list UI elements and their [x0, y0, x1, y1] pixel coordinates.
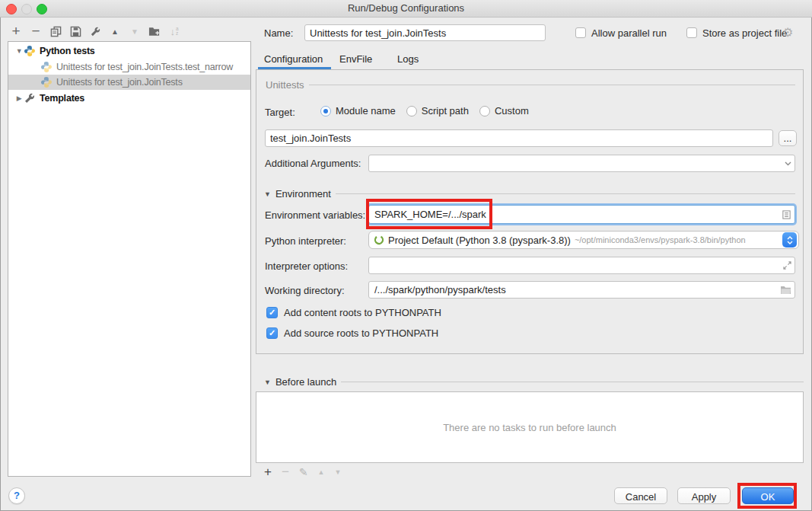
store-as-project-file-label: Store as project file — [702, 27, 787, 39]
working-directory-field[interactable] — [368, 281, 795, 299]
minimize-traffic-light[interactable] — [21, 4, 32, 14]
chevron-down-icon[interactable] — [785, 161, 791, 166]
interpreter-path: ~/opt/miniconda3/envs/pyspark-3.8/bin/py… — [575, 235, 782, 244]
divider — [341, 382, 804, 382]
combo-arrows-icon[interactable] — [782, 232, 797, 248]
help-button[interactable]: ? — [8, 487, 25, 504]
edit-task-icon[interactable]: ✎ — [299, 466, 308, 478]
window-title: Run/Debug Configurations — [0, 0, 812, 17]
tree-node-label: Unittests for test_join.JoinTests.test_n… — [56, 62, 233, 72]
before-launch-label: Before launch — [275, 376, 336, 388]
remove-configuration-icon[interactable]: − — [30, 24, 42, 38]
interpreter-options-field[interactable] — [368, 257, 795, 274]
radio-label: Module name — [336, 105, 396, 117]
python-interpreter-label: Python interpreter: — [265, 235, 346, 247]
before-launch-empty-text: There are no tasks to run before launch — [443, 422, 616, 433]
working-directory-input[interactable] — [372, 284, 780, 295]
environment-variables-field[interactable] — [368, 205, 795, 224]
allow-parallel-run-label: Allow parallel run — [591, 27, 667, 39]
add-configuration-icon[interactable]: + — [10, 24, 22, 38]
tab-logs[interactable]: Logs — [397, 53, 419, 65]
tree-node-label: Python tests — [40, 46, 95, 56]
interpreter-value: Project Default (Python 3.8 (pyspark-3.8… — [388, 235, 571, 246]
module-name-input[interactable] — [265, 129, 773, 147]
configuration-panel: Unittests Target: Module name Script pat… — [256, 69, 804, 354]
radio-label: Custom — [495, 105, 529, 117]
edit-variables-icon[interactable] — [782, 209, 791, 220]
radio-script-path[interactable]: Script path — [406, 105, 469, 117]
environment-variables-input[interactable] — [372, 209, 782, 220]
apply-button[interactable]: Apply — [677, 487, 731, 504]
configurations-toolbar: + − ▲ ▼ ↓az — [10, 24, 180, 39]
content-roots-label: Add content roots to PYTHONPATH — [284, 307, 441, 318]
browse-button[interactable]: ... — [779, 130, 797, 146]
move-up-icon[interactable]: ▲ — [109, 24, 121, 38]
radio-custom[interactable]: Custom — [479, 105, 529, 117]
gear-icon[interactable]: ⚙ — [782, 25, 793, 40]
additional-arguments-input[interactable] — [372, 158, 785, 169]
remove-task-icon[interactable]: − — [282, 465, 289, 480]
close-traffic-light[interactable] — [6, 4, 17, 14]
source-roots-checkbox[interactable]: ✓ — [266, 327, 278, 339]
target-label: Target: — [265, 107, 295, 118]
save-configuration-icon[interactable] — [69, 24, 81, 38]
tree-node-python-tests[interactable]: ▼ Python tests — [8, 43, 250, 59]
copy-configuration-icon[interactable] — [49, 24, 62, 38]
before-launch-header: ▼ Before launch — [264, 376, 804, 388]
interpreter-options-label: Interpreter options: — [265, 260, 348, 272]
tree-node-label: Unittests for test_join.JoinTests — [56, 77, 183, 88]
environment-variables-label: Environment variables: — [265, 209, 365, 221]
radio-label: Script path — [422, 105, 469, 117]
edit-templates-icon[interactable] — [89, 24, 101, 38]
expand-field-icon[interactable] — [783, 261, 791, 270]
target-radio-group: Module name Script path Custom — [320, 105, 529, 117]
new-folder-icon[interactable] — [148, 24, 161, 38]
radio-icon — [479, 106, 490, 117]
expand-triangle-icon[interactable]: ▶ — [14, 94, 24, 102]
tab-configuration[interactable]: Configuration — [264, 53, 323, 65]
radio-icon — [406, 106, 417, 117]
unittests-group-header: Unittests — [266, 79, 795, 91]
allow-parallel-run-checkbox[interactable] — [575, 27, 586, 38]
radio-icon — [320, 106, 331, 117]
divider — [309, 85, 795, 85]
zoom-traffic-light[interactable] — [37, 4, 47, 14]
collapse-triangle-icon[interactable]: ▼ — [264, 190, 271, 198]
configurations-tree: ▼ Python tests Unittests for test_join.J… — [8, 41, 251, 477]
collapse-triangle-icon[interactable]: ▼ — [14, 47, 24, 55]
conda-interpreter-icon — [374, 235, 384, 245]
sort-configurations-icon[interactable]: ↓az — [168, 24, 180, 38]
ok-button[interactable]: OK — [742, 487, 794, 504]
wrench-icon — [24, 92, 36, 104]
store-as-project-file-checkbox[interactable] — [686, 27, 697, 38]
tree-node-test-narrow[interactable]: Unittests for test_join.JoinTests.test_n… — [8, 59, 250, 75]
move-task-up-icon[interactable]: ▲ — [318, 468, 325, 476]
tab-envfile[interactable]: EnvFile — [339, 53, 372, 65]
source-roots-row[interactable]: ✓ Add source roots to PYTHONPATH — [266, 327, 438, 339]
python-interpreter-combo[interactable]: Project Default (Python 3.8 (pyspark-3.8… — [368, 231, 799, 249]
source-roots-label: Add source roots to PYTHONPATH — [284, 327, 438, 339]
content-roots-checkbox[interactable]: ✓ — [266, 307, 278, 318]
folder-icon[interactable] — [780, 286, 791, 295]
python-icon — [24, 45, 36, 57]
additional-arguments-field[interactable] — [368, 155, 795, 172]
radio-module-name[interactable]: Module name — [320, 105, 396, 117]
move-task-down-icon[interactable]: ▼ — [335, 468, 342, 476]
environment-section-label: Environment — [275, 188, 331, 200]
interpreter-options-input[interactable] — [372, 260, 783, 271]
collapse-triangle-icon[interactable]: ▼ — [264, 378, 271, 386]
tree-node-label: Templates — [40, 93, 84, 104]
tree-node-jointests-selected[interactable]: Unittests for test_join.JoinTests — [8, 75, 250, 90]
name-label: Name: — [264, 27, 293, 39]
divider — [336, 193, 795, 194]
before-launch-list[interactable]: There are no tasks to run before launch — [256, 391, 804, 463]
python-test-icon — [40, 61, 53, 73]
cancel-button[interactable]: Cancel — [614, 487, 667, 504]
content-roots-row[interactable]: ✓ Add content roots to PYTHONPATH — [266, 307, 441, 318]
tree-node-templates[interactable]: ▶ Templates — [8, 91, 250, 106]
name-input[interactable] — [304, 24, 546, 41]
before-launch-toolbar: + − ✎ ▲ ▼ — [264, 465, 341, 479]
move-down-icon[interactable]: ▼ — [129, 24, 141, 38]
title-bar: Run/Debug Configurations — [0, 0, 812, 18]
add-task-icon[interactable]: + — [264, 465, 272, 480]
